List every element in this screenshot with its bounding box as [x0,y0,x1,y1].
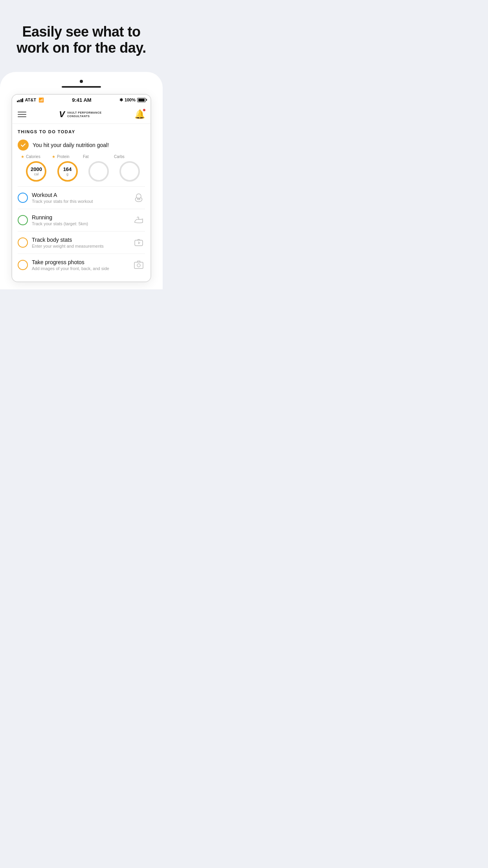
stat-circles: 2000 cal 164 g [21,161,145,182]
stat-label-fat: Fat [83,154,114,159]
task-item-bodystats[interactable]: Track body stats Enter your weight and m… [18,232,145,254]
label-protein: Protein [57,154,70,159]
battery-percent: 100% [125,97,136,102]
phone-wrapper: AT&T 📶 9:41 AM ✱ 100% V VAULT PERFORMANC… [0,72,163,289]
notification-badge [143,108,146,112]
label-carbs: Carbs [114,154,125,159]
task-info-bodystats: Track body stats Enter your weight and m… [32,237,128,248]
svg-rect-5 [134,262,143,268]
stat-circle-calories: 2000 cal [26,161,46,182]
app-header: V VAULT PERFORMANCE CONSULTANTS 🔔 [12,105,150,124]
app-content: THINGS TO DO TODAY You hit your daily nu… [12,124,150,281]
nutrition-goal-item[interactable]: You hit your daily nutrition goal! ★ Cal… [18,140,145,182]
calories-unit: cal [34,172,39,176]
task-item-workout[interactable]: Workout A Track your stats for this work… [18,187,145,209]
stat-circle-protein-wrap: 164 g [52,161,83,182]
stats-labels: ★ Calories ★ Protein Fat Carbs [21,154,145,159]
task-name-photos: Take progress photos [32,259,128,265]
task-name-running: Running [32,214,128,221]
star-icon-calories: ★ [21,154,24,159]
task-item-running[interactable]: Running Track your stats (target: 5km) [18,209,145,232]
stat-circle-fat-wrap [83,161,114,182]
status-time: 9:41 AM [72,97,91,103]
task-info-running: Running Track your stats (target: 5km) [32,214,128,226]
signal-bars-icon [17,97,24,102]
section-title: THINGS TO DO TODAY [18,129,145,134]
photo-icon [132,259,145,271]
logo: V VAULT PERFORMANCE CONSULTANTS [59,109,101,120]
svg-point-6 [137,264,140,267]
task-info-photos: Take progress photos Add images of your … [32,259,128,271]
task-circle-bodystats [18,237,28,248]
task-name-bodystats: Track body stats [32,237,128,243]
battery-icon [137,98,146,102]
phone-home-bar [62,86,101,88]
stat-label-carbs: Carbs [114,154,145,159]
task-circle-photos [18,260,28,270]
task-desc-photos: Add images of your front, back, and side [32,266,128,271]
hero-title: Easily see what to work on for the day. [0,0,163,72]
star-icon-protein: ★ [52,154,55,159]
stat-label-protein: ★ Protein [52,154,83,159]
notification-button[interactable]: 🔔 [134,109,145,120]
nutrition-title: You hit your daily nutrition goal! [33,142,109,148]
svg-rect-1 [138,198,140,200]
check-circle [18,140,29,151]
stat-circle-fat [88,161,109,182]
svg-point-0 [136,194,141,199]
protein-value: 164 [63,166,72,172]
task-circle-workout [18,193,28,203]
task-info-workout: Workout A Track your stats for this work… [32,192,128,204]
task-circle-running [18,215,28,225]
logo-letter: V [59,109,65,120]
protein-unit: g [66,172,68,176]
task-desc-running: Track your stats (target: 5km) [32,221,128,226]
kettlebell-icon [132,191,145,204]
stat-label-calories: ★ Calories [21,154,52,159]
phone-notch-dot [80,80,83,83]
nutrition-stats: ★ Calories ★ Protein Fat Carbs [18,154,145,182]
battery-fill [138,99,145,101]
wifi-icon: 📶 [39,97,44,103]
nutrition-header: You hit your daily nutrition goal! [18,140,145,151]
task-desc-workout: Track your stats for this workout [32,199,128,204]
phone-screen: AT&T 📶 9:41 AM ✱ 100% V VAULT PERFORMANC… [11,94,151,282]
bluetooth-icon: ✱ [119,97,123,103]
task-name-workout: Workout A [32,192,128,198]
logo-text: VAULT PERFORMANCE CONSULTANTS [67,111,102,118]
stat-circle-protein: 164 g [57,161,78,182]
status-right: ✱ 100% [119,97,146,103]
carrier-label: AT&T [25,97,36,102]
label-fat: Fat [83,154,88,159]
stat-circle-carbs [119,161,140,182]
task-item-photos[interactable]: Take progress photos Add images of your … [18,254,145,276]
task-desc-bodystats: Enter your weight and measurements [32,244,128,248]
stat-circle-carbs-wrap [114,161,145,182]
status-left: AT&T 📶 [17,97,44,103]
menu-icon[interactable] [18,112,26,117]
stat-circle-calories-wrap: 2000 cal [21,161,52,182]
status-bar: AT&T 📶 9:41 AM ✱ 100% [12,95,150,105]
label-calories: Calories [26,154,40,159]
calories-value: 2000 [31,166,42,172]
shoe-icon [132,214,145,226]
scale-icon [132,236,145,249]
